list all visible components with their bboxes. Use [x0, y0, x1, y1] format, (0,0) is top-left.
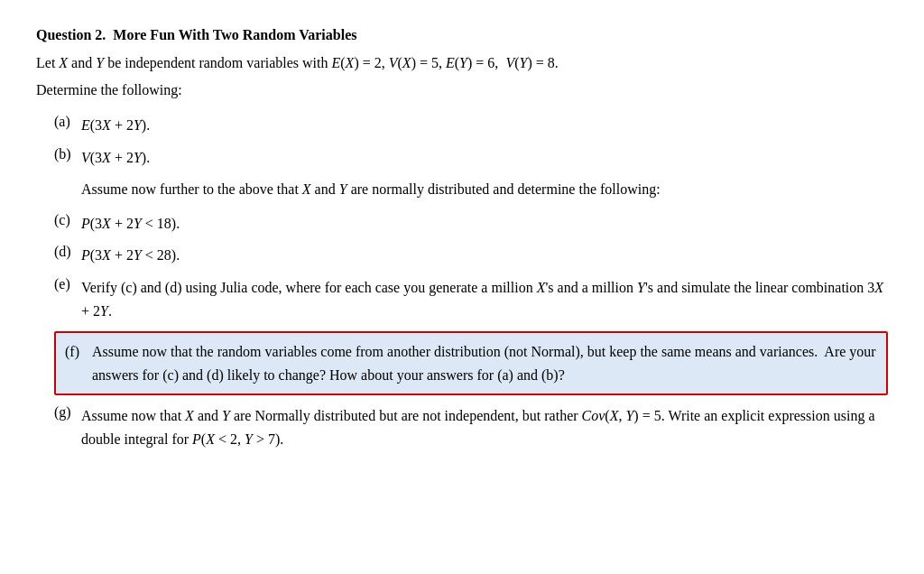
determine-line: Determine the following:	[36, 79, 888, 101]
part-c-label: (c)	[54, 212, 81, 228]
part-a-label: (a)	[54, 114, 81, 130]
part-c: (c) P(3X + 2Y < 18).	[36, 212, 888, 236]
part-d-content: P(3X + 2Y < 28).	[81, 244, 888, 267]
part-b-content: V(3X + 2Y).	[81, 146, 888, 170]
part-c-content: P(3X + 2Y < 18).	[81, 212, 888, 236]
question-heading: More Fun With Two Random Variables	[113, 27, 356, 42]
part-g-content: Assume now that X and Y are Normally dis…	[81, 404, 888, 450]
part-f-label: (f)	[65, 340, 92, 364]
question-intro: Let X and Y be independent random variab…	[36, 52, 888, 74]
part-b-label: (b)	[54, 146, 81, 162]
part-e-label: (e)	[54, 276, 81, 292]
part-g: (g) Assume now that X and Y are Normally…	[36, 404, 888, 450]
part-f-highlighted: (f) Assume now that the random variables…	[54, 331, 888, 395]
part-d: (d) P(3X + 2Y < 28).	[36, 244, 888, 267]
part-g-label: (g)	[54, 404, 81, 421]
part-e-content: Verify (c) and (d) using Julia code, whe…	[81, 276, 888, 322]
part-d-label: (d)	[54, 244, 81, 260]
question-number: Question 2.	[36, 27, 106, 42]
part-a: (a) E(3X + 2Y).	[36, 114, 888, 137]
part-e: (e) Verify (c) and (d) using Julia code,…	[36, 276, 888, 322]
assume-block: Assume now further to the above that X a…	[36, 178, 888, 201]
part-a-content: E(3X + 2Y).	[81, 114, 888, 137]
part-f-content: Assume now that the random variables com…	[92, 340, 877, 386]
part-b: (b) V(3X + 2Y).	[36, 146, 888, 170]
question-title: Question 2. More Fun With Two Random Var…	[36, 27, 888, 43]
